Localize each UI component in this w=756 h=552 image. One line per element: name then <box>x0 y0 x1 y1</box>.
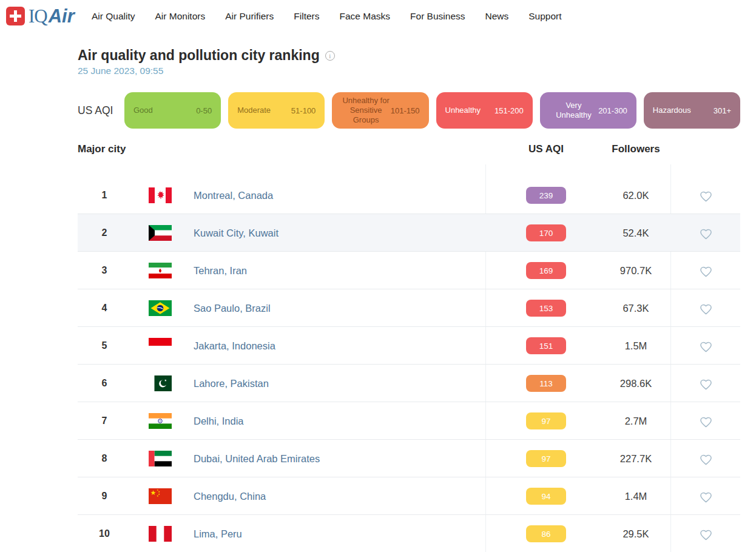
table-row: 5Jakarta, Indonesia1511.5M <box>78 327 740 365</box>
legend-level-name: Unhealthy <box>445 106 481 115</box>
table-row: 9Chengdu, China941.4M <box>78 477 740 515</box>
table-row: 3Tehran, Iran169970.7K <box>78 252 740 289</box>
legend-level-range: 101-150 <box>391 106 420 115</box>
brazil-flag-icon <box>149 300 172 316</box>
nav-item-air-monitors[interactable]: Air Monitors <box>155 11 206 22</box>
followers-count: 1.4M <box>599 477 672 515</box>
china-flag-icon <box>149 488 172 504</box>
legend-level-range: 301+ <box>714 106 731 115</box>
nav-item-news[interactable]: News <box>485 11 509 22</box>
nav-item-air-purifiers[interactable]: Air Purifiers <box>225 11 274 22</box>
city-link[interactable]: Lima, Peru <box>194 515 242 552</box>
follow-heart-icon[interactable] <box>694 301 718 317</box>
city-link[interactable]: Lahore, Pakistan <box>194 365 269 402</box>
india-flag-icon <box>149 413 172 429</box>
legend-level-range: 201-300 <box>598 106 627 115</box>
uae-flag-icon <box>149 451 172 466</box>
aqi-value-badge: 97 <box>526 450 566 467</box>
rank-number: 6 <box>92 365 116 402</box>
peru-flag-icon <box>149 526 172 542</box>
follow-heart-icon[interactable] <box>694 263 718 279</box>
column-header-major-city: Major city <box>78 143 126 155</box>
legend-level-name: Good <box>133 106 153 115</box>
followers-count: 62.0K <box>599 177 672 214</box>
table-row: 6Lahore, Pakistan113298.6K <box>78 365 740 402</box>
table-row: 2Kuwait City, Kuwait17052.4K <box>78 214 740 252</box>
aqi-value-badge: 86 <box>526 525 566 542</box>
follow-heart-icon[interactable] <box>694 414 718 429</box>
follow-heart-icon[interactable] <box>694 527 718 542</box>
rank-number: 8 <box>92 440 116 477</box>
aqi-value-badge: 151 <box>526 337 566 354</box>
aqi-legend-badge-hazardous: Hazardous301+ <box>644 92 740 129</box>
aqi-legend-badge-moderate: Moderate51-100 <box>228 92 325 129</box>
iqair-wordmark: IQAir <box>29 7 75 25</box>
aqi-value-badge: 153 <box>526 300 566 317</box>
legend-level-name: Unhealthy for Sensitive Groups <box>341 96 390 126</box>
city-link[interactable]: Tehran, Iran <box>194 252 247 289</box>
city-link[interactable]: Kuwait City, Kuwait <box>194 214 278 252</box>
city-link[interactable]: Jakarta, Indonesia <box>194 327 275 365</box>
rank-number: 7 <box>92 402 116 440</box>
aqi-value-badge: 94 <box>526 488 566 505</box>
nav-item-face-masks[interactable]: Face Masks <box>340 11 391 22</box>
follow-heart-icon[interactable] <box>694 226 718 241</box>
aqi-legend-badge-very-unhealthy: Very Unhealthy201-300 <box>540 92 636 129</box>
table-row: 10Lima, Peru8629.5K <box>78 515 740 552</box>
city-ranking-table: 1Montreal, Canada23962.0K2Kuwait City, K… <box>78 177 740 552</box>
legend-level-name: Very Unhealthy <box>549 101 598 121</box>
legend-level-name: Moderate <box>237 106 271 115</box>
followers-count: 227.7K <box>599 440 672 477</box>
rank-number: 3 <box>92 252 116 289</box>
follow-heart-icon[interactable] <box>694 451 718 467</box>
follow-heart-icon[interactable] <box>694 338 718 354</box>
last-updated-timestamp: 25 June 2023, 09:55 <box>78 66 163 76</box>
info-icon[interactable]: i <box>325 51 335 61</box>
column-header-followers: Followers <box>606 143 666 155</box>
aqi-value-badge: 169 <box>526 262 566 279</box>
iran-flag-icon <box>149 263 172 278</box>
city-link[interactable]: Montreal, Canada <box>194 177 273 214</box>
aqi-value-badge: 239 <box>526 187 566 204</box>
city-link[interactable]: Sao Paulo, Brazil <box>194 289 271 327</box>
nav-item-support[interactable]: Support <box>528 11 561 22</box>
us-aqi-legend-label: US AQI <box>78 92 113 129</box>
indonesia-flag-icon <box>149 338 172 354</box>
page-title: Air quality and pollution city ranking i <box>78 47 335 64</box>
nav-item-air-quality[interactable]: Air Quality <box>92 11 135 22</box>
followers-count: 1.5M <box>599 327 672 365</box>
aqi-value-badge: 113 <box>526 375 566 392</box>
legend-level-range: 51-100 <box>291 106 316 115</box>
iqair-logo[interactable]: IQAir <box>6 7 75 25</box>
followers-count: 298.6K <box>599 365 672 402</box>
followers-count: 970.7K <box>599 252 672 289</box>
legend-level-name: Hazardous <box>653 106 691 115</box>
follow-heart-icon[interactable] <box>694 489 718 505</box>
follow-heart-icon[interactable] <box>694 188 718 204</box>
nav-item-for-business[interactable]: For Business <box>410 11 465 22</box>
follow-heart-icon[interactable] <box>694 376 718 392</box>
nav-list: Air QualityAir MonitorsAir PurifiersFilt… <box>92 0 562 33</box>
aqi-value-badge: 170 <box>526 224 566 241</box>
kuwait-flag-icon <box>149 225 172 241</box>
rank-number: 4 <box>92 289 116 327</box>
rank-number: 1 <box>92 177 116 214</box>
rank-number: 5 <box>92 327 116 365</box>
followers-count: 67.3K <box>599 289 672 327</box>
rank-number: 2 <box>92 214 116 252</box>
legend-level-range: 151-200 <box>494 106 524 115</box>
table-row: 8Dubai, United Arab Emirates97227.7K <box>78 440 740 477</box>
rank-number: 9 <box>92 477 116 515</box>
city-link[interactable]: Dubai, United Arab Emirates <box>194 440 320 477</box>
legend-level-range: 0-50 <box>196 106 212 115</box>
followers-count: 52.4K <box>599 214 672 252</box>
pakistan-flag-icon <box>149 375 172 391</box>
city-link[interactable]: Delhi, India <box>194 402 244 440</box>
aqi-legend: Good0-50Moderate51-100Unhealthy for Sens… <box>124 92 740 129</box>
column-header-us-aqi: US AQI <box>516 143 576 155</box>
table-row: 7Delhi, India972.7M <box>78 402 740 440</box>
followers-count: 2.7M <box>599 402 672 440</box>
rank-number: 10 <box>92 515 116 552</box>
city-link[interactable]: Chengdu, China <box>194 477 266 515</box>
nav-item-filters[interactable]: Filters <box>294 11 319 22</box>
